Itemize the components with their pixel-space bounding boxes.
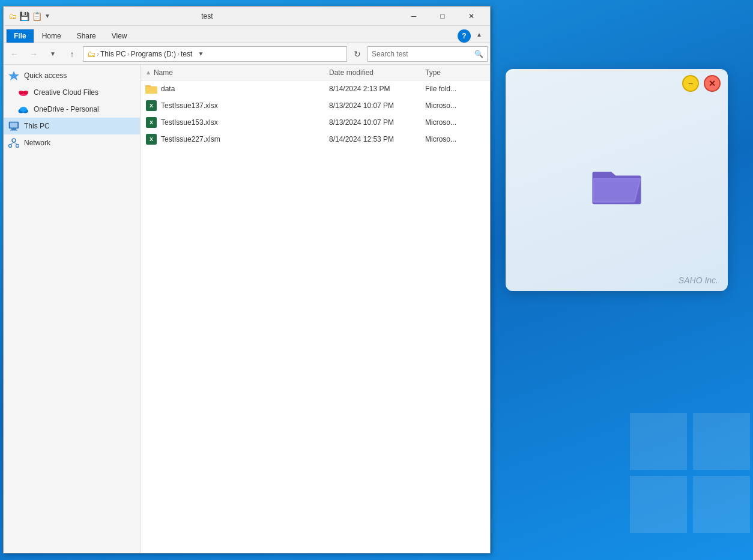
- svg-rect-1: [693, 413, 750, 470]
- col-header-type[interactable]: Type: [425, 68, 485, 77]
- ribbon-expand-button[interactable]: ▲: [471, 26, 488, 43]
- file-date: 8/13/2024 10:07 PM: [329, 118, 425, 127]
- sidebar-item-quick-access[interactable]: Quick access: [4, 67, 140, 84]
- refresh-button[interactable]: ↻: [349, 46, 365, 62]
- file-list: data 8/14/2024 2:13 PM File fold... X Te…: [141, 80, 490, 553]
- svg-rect-14: [10, 130, 17, 131]
- svg-line-19: [14, 142, 17, 145]
- onedrive-icon: [18, 104, 29, 115]
- forward-button[interactable]: →: [25, 46, 42, 62]
- svg-point-17: [16, 145, 19, 148]
- breadcrumb: 🗂 › This PC › Programs (D:) › test: [87, 49, 192, 59]
- saho-footer: SAHO Inc.: [506, 269, 728, 291]
- svg-rect-2: [630, 476, 687, 533]
- file-type: Microso...: [425, 135, 485, 143]
- crumb-programs-d[interactable]: Programs (D:): [131, 50, 176, 58]
- saho-close-button[interactable]: ✕: [704, 75, 721, 92]
- ribbon-tabs: File Home Share View ? ▲: [4, 26, 490, 43]
- sidebar-item-creative-cloud[interactable]: Creative Cloud Files: [4, 84, 140, 101]
- tab-view[interactable]: View: [104, 29, 135, 43]
- search-input[interactable]: [372, 50, 474, 58]
- svg-point-15: [12, 139, 16, 142]
- sidebar-item-label: Quick access: [24, 71, 67, 80]
- windows-flag-decoration: [615, 398, 753, 548]
- title-bar: 🗂 💾 📋 ▼ test ─ □ ✕: [4, 7, 490, 26]
- saho-titlebar: − ✕: [506, 69, 728, 98]
- back-button[interactable]: ←: [6, 46, 23, 62]
- close-button[interactable]: ✕: [458, 7, 485, 26]
- file-type: Microso...: [425, 101, 485, 110]
- file-name: TestIssue153.xlsx: [161, 118, 329, 127]
- table-row[interactable]: X TestIssue153.xlsx 8/13/2024 10:07 PM M…: [141, 114, 490, 131]
- col-header-date[interactable]: Date modified: [329, 68, 425, 77]
- saho-brand-text: SAHO Inc.: [679, 275, 718, 285]
- file-date: 8/14/2024 2:13 PM: [329, 85, 425, 93]
- svg-rect-0: [630, 413, 687, 470]
- file-date: 8/14/2024 12:53 PM: [329, 135, 425, 143]
- saho-folder-icon: [590, 160, 644, 208]
- svg-point-6: [19, 91, 23, 94]
- table-row[interactable]: X TestIssue227.xlsm 8/14/2024 12:53 PM M…: [141, 131, 490, 148]
- sidebar-item-onedrive[interactable]: OneDrive - Personal: [4, 101, 140, 118]
- svg-rect-12: [10, 123, 17, 128]
- window-title: test: [14, 12, 400, 20]
- address-input[interactable]: 🗂 › This PC › Programs (D:) › test ▼: [83, 46, 347, 62]
- quick-access-icon: [8, 70, 19, 81]
- svg-rect-13: [11, 128, 16, 130]
- folder-icon: [145, 83, 157, 95]
- help-button[interactable]: ?: [458, 29, 471, 43]
- crumb-drive-icon: 🗂: [87, 49, 95, 59]
- crumb-this-pc[interactable]: This PC: [100, 50, 126, 58]
- sidebar-item-label: This PC: [24, 122, 50, 130]
- recent-locations-button[interactable]: ▼: [44, 46, 61, 62]
- tab-home[interactable]: Home: [34, 29, 69, 43]
- ribbon: File Home Share View ? ▲: [4, 26, 490, 43]
- explorer-window: 🗂 💾 📋 ▼ test ─ □ ✕ File Home Share View …: [3, 6, 491, 553]
- creative-cloud-icon: [18, 87, 29, 98]
- svg-point-10: [20, 107, 27, 112]
- col-header-name[interactable]: Name: [154, 68, 329, 77]
- file-type: Microso...: [425, 118, 485, 127]
- sort-toggle[interactable]: ▲: [145, 69, 151, 76]
- svg-point-7: [23, 91, 28, 94]
- svg-rect-3: [693, 476, 750, 533]
- tab-file[interactable]: File: [6, 29, 34, 43]
- svg-marker-4: [8, 71, 19, 80]
- this-pc-icon: [8, 121, 19, 131]
- search-icon[interactable]: 🔍: [474, 50, 483, 58]
- file-name: TestIssue137.xlsx: [161, 101, 329, 110]
- sidebar-item-label: OneDrive - Personal: [34, 105, 99, 113]
- address-dropdown-button[interactable]: ▼: [195, 46, 207, 62]
- address-bar: ← → ▼ ↑ 🗂 › This PC › Programs (D:) › te…: [4, 43, 490, 65]
- up-button[interactable]: ↑: [64, 46, 80, 62]
- svg-point-16: [9, 145, 12, 148]
- search-box[interactable]: 🔍: [367, 46, 488, 62]
- excel-icon: X: [145, 133, 157, 145]
- sidebar-item-label: Creative Cloud Files: [34, 88, 98, 97]
- file-type: File fold...: [425, 85, 485, 93]
- main-area: Quick access Creative Cloud Files: [4, 65, 490, 553]
- title-bar-controls: ─ □ ✕: [400, 7, 485, 26]
- saho-content: [506, 98, 728, 269]
- saho-minimize-button[interactable]: −: [682, 75, 699, 92]
- file-name: TestIssue227.xlsm: [161, 135, 329, 143]
- tab-share[interactable]: Share: [69, 29, 104, 43]
- table-row[interactable]: data 8/14/2024 2:13 PM File fold...: [141, 80, 490, 97]
- file-name: data: [161, 85, 329, 93]
- sidebar-item-label: Network: [24, 139, 50, 147]
- svg-line-18: [10, 142, 14, 145]
- sidebar-item-network[interactable]: Network: [4, 134, 140, 151]
- minimize-button[interactable]: ─: [400, 7, 428, 26]
- excel-icon: X: [145, 116, 157, 128]
- saho-panel: − ✕ SAHO Inc.: [506, 69, 728, 291]
- content-area: ▲ Name Date modified Type data 8/14/2: [141, 65, 490, 553]
- sidebar-item-this-pc[interactable]: This PC: [4, 118, 140, 134]
- maximize-button[interactable]: □: [429, 7, 456, 26]
- sidebar: Quick access Creative Cloud Files: [4, 65, 141, 553]
- network-icon: [8, 137, 19, 148]
- crumb-test[interactable]: test: [181, 50, 192, 58]
- excel-icon: X: [145, 100, 157, 112]
- file-date: 8/13/2024 10:07 PM: [329, 101, 425, 110]
- column-headers: ▲ Name Date modified Type: [141, 65, 490, 80]
- table-row[interactable]: X TestIssue137.xlsx 8/13/2024 10:07 PM M…: [141, 97, 490, 114]
